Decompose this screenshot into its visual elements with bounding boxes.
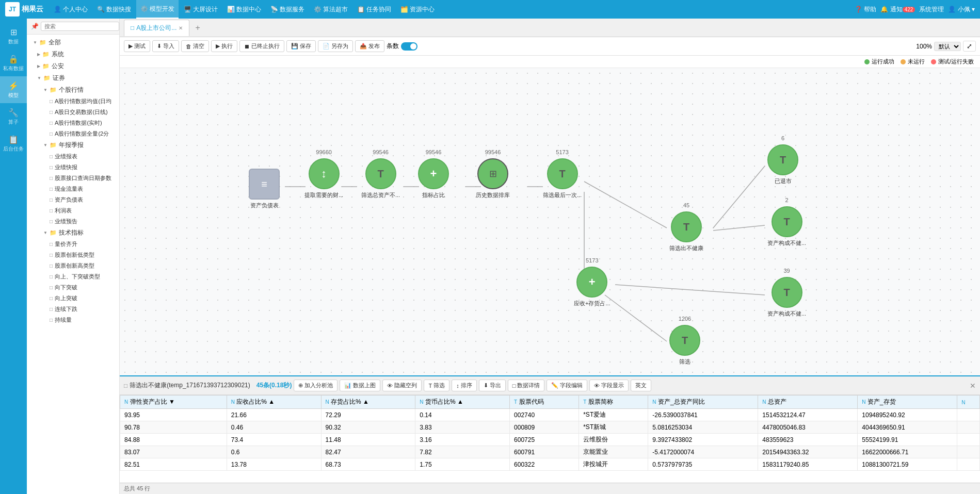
col-total-asset-yoy[interactable]: N 资产_总资产同比 xyxy=(648,396,758,409)
node-filter2[interactable]: 5173 T 筛选最后一次... xyxy=(543,158,582,199)
search-input[interactable] xyxy=(41,22,119,31)
help-button[interactable]: ❓ 帮助 xyxy=(855,5,876,14)
nav-big-screen[interactable]: 🖥️ 大屏设计 xyxy=(180,0,222,19)
nav-model-dev[interactable]: ⚙️ 模型开发 xyxy=(136,0,179,19)
pending-dot xyxy=(901,59,906,64)
nav-data-center[interactable]: 📊 数据中心 xyxy=(223,0,265,19)
node-asset-unhealthy2[interactable]: 2 T 资产构成不健... xyxy=(767,206,806,247)
bottom-count: 45条(0.18秒) xyxy=(256,381,292,390)
lang-toggle-button[interactable]: 英文 xyxy=(631,380,651,391)
node-asset-unhealthy3[interactable]: 39 T 资产构成不健... xyxy=(767,277,806,318)
filter-button[interactable]: T 筛选 xyxy=(424,380,449,391)
canvas-area[interactable]: ≡ 资产负债表 99660 ↕ 提取需要的财... 99546 T 筛选总资产不… xyxy=(120,68,980,375)
add-analysis-pool-button[interactable]: ⊕ 加入分析池 xyxy=(294,380,338,391)
node-filter-final[interactable]: 1206 T 筛选 xyxy=(669,325,700,366)
tab-add-button[interactable]: + xyxy=(190,21,205,35)
publish-button[interactable]: 📤 发布 xyxy=(355,40,384,52)
col-inventory[interactable]: N 存货占比% ▲ xyxy=(321,396,415,409)
field-edit-button[interactable]: ✏️ 字段编辑 xyxy=(547,380,587,391)
node-filter-unhealthy[interactable]: 45 T 筛选出不健康 xyxy=(669,211,703,252)
cond-toggle-switch[interactable] xyxy=(401,42,417,51)
node-expand[interactable]: 5173 + 应收+存货占... xyxy=(574,267,611,307)
nav-task-collab[interactable]: 📋 任务协同 xyxy=(353,0,395,19)
tree-item-stock-full[interactable]: □ A股行情数据全量(2分 xyxy=(27,128,119,139)
sys-admin-button[interactable]: 系统管理 xyxy=(919,5,944,14)
tree-item-tech-indicators[interactable]: ▼ 📁 技术指标 xyxy=(27,227,119,239)
tree-item-avg-price[interactable]: □ 量价齐升 xyxy=(27,239,119,250)
field-display-button[interactable]: 👁 字段显示 xyxy=(589,380,629,391)
tree-item-up-down[interactable]: □ 向上、下突破类型 xyxy=(27,271,119,282)
tree-item-up-break[interactable]: □ 向上突破 xyxy=(27,293,119,304)
sidebar-item-model[interactable]: ⚡ 模型 xyxy=(0,76,27,103)
export-button[interactable]: ⬇ 导出 xyxy=(479,380,506,391)
save-as-button[interactable]: 📄 另存为 xyxy=(318,40,353,52)
col-stock-code[interactable]: T 股票代码 xyxy=(510,396,579,409)
tree-item-police[interactable]: ▶ 📁 公安 xyxy=(27,60,119,72)
node-ratio[interactable]: 99546 + 指标占比 xyxy=(418,158,449,199)
clear-button[interactable]: 🗑 清空 xyxy=(181,40,209,52)
sidebar-item-compute[interactable]: 🔧 算子 xyxy=(0,103,27,130)
tree-item-balance[interactable]: □ 资产负债表 xyxy=(27,194,119,205)
node-history[interactable]: 99546 ⊞ 历史数据排库 xyxy=(476,158,510,199)
test-button[interactable]: ▶ 测试 xyxy=(124,40,150,52)
user-menu[interactable]: 👤 小佩 ▾ xyxy=(948,5,975,14)
nav-algo-market[interactable]: ⚙️ 算法超市 xyxy=(310,0,352,19)
col-receivable[interactable]: N 应收占比% ▲ xyxy=(227,396,321,409)
pin-icon[interactable]: 📌 xyxy=(31,23,39,30)
sidebar-item-tasks[interactable]: 📋 后台任务 xyxy=(0,130,27,157)
tab-main[interactable]: □ A股上市公司... ✕ xyxy=(124,20,189,36)
layout-select[interactable]: 默认 xyxy=(934,42,961,51)
tree-item-down-break[interactable]: □ 向下突破 xyxy=(27,282,119,293)
tree-item-finance[interactable]: ▼ 📁 证券 xyxy=(27,72,119,84)
tab-close-icon[interactable]: ✕ xyxy=(179,25,183,31)
hide-empty-cols-button[interactable]: 👁 隐藏空列 xyxy=(382,380,422,391)
node-delisted[interactable]: 6 T 已退市 xyxy=(767,144,798,185)
tree-item-continue-hold[interactable]: □ 持续量 xyxy=(27,315,119,325)
sidebar-item-private-data[interactable]: 🔒 私有数据 xyxy=(0,50,27,76)
tree-item-stock-realtime[interactable]: □ A股行情数据(实时) xyxy=(27,118,119,128)
tree-item-cashflow[interactable]: □ 现金流量表 xyxy=(27,184,119,194)
tree-item-all[interactable]: ▼ 📁 全部 xyxy=(27,37,119,48)
tree-item-perf-forecast[interactable]: □ 业绩预告 xyxy=(27,216,119,227)
nav-data-search[interactable]: 🔍 数据快搜 xyxy=(93,0,135,19)
tree-item-annual-report[interactable]: ▼ 📁 年报季报 xyxy=(27,139,119,151)
sort-button[interactable]: ↕ 排序 xyxy=(452,380,477,391)
import-button[interactable]: ⬇ 导入 xyxy=(152,40,179,52)
notify-button[interactable]: 🔔 通知422 xyxy=(880,5,915,14)
data-table-container[interactable]: N 弹性资产占比 ▼ N 应收占比% ▲ N 存货占比% ▲ N 货币占比% ▲ xyxy=(120,395,980,483)
ratio-circle: + xyxy=(418,158,449,189)
save-button[interactable]: 💾 保存 xyxy=(286,40,316,52)
tree-item-api-query[interactable]: □ 股票接口查询日期参数 xyxy=(27,173,119,184)
stop-execute-button[interactable]: ⏹ 已终止执行 xyxy=(239,40,284,52)
zoom-control: 100% 默认 ⤢ xyxy=(916,41,976,52)
node-filter1[interactable]: 99546 T 筛选总资产不... xyxy=(361,158,400,199)
node-source[interactable]: ≡ 资产负债表 xyxy=(249,169,280,209)
col-asset-inventory[interactable]: N 资产_存货 xyxy=(858,396,957,409)
tree-item-stock-daily[interactable]: ▼ 📁 个股行情 xyxy=(27,84,119,96)
tree-item-stock-mean[interactable]: □ A股行情数据均值(日均 xyxy=(27,96,119,107)
nav-resource-center[interactable]: 🗂️ 资源中心 xyxy=(396,0,439,19)
tree-item-system[interactable]: ▶ 📁 系统 xyxy=(27,48,119,60)
fullscreen-button[interactable]: ⤢ xyxy=(963,41,976,52)
bottom-panel-close[interactable]: ✕ xyxy=(970,382,976,390)
tree-item-new-high[interactable]: □ 股票创新高类型 xyxy=(27,260,119,271)
tree-item-stock-trade[interactable]: □ A股日交易数据(日线) xyxy=(27,107,119,118)
node-extract[interactable]: 99660 ↕ 提取需要的财... xyxy=(304,158,343,199)
tree-item-income[interactable]: □ 利润表 xyxy=(27,205,119,216)
tree-item-perf-fast[interactable]: □ 业绩快报 xyxy=(27,162,119,173)
col-stock-name[interactable]: T 股票简称 xyxy=(579,396,648,409)
data-detail-button[interactable]: □ 数据详情 xyxy=(508,380,545,391)
col-total-assets[interactable]: N 总资产 xyxy=(758,396,858,409)
data-chart-button[interactable]: 📊 数据上图 xyxy=(340,380,380,391)
col-extra[interactable]: N xyxy=(957,396,980,409)
table-cell: 68.73 xyxy=(321,458,415,471)
execute-button[interactable]: ▶ 执行 xyxy=(211,40,237,52)
tree-item-continue-down[interactable]: □ 连续下跌 xyxy=(27,304,119,315)
tree-item-new-low[interactable]: □ 股票创新低类型 xyxy=(27,250,119,260)
nav-personal-center[interactable]: 👤 个人中心 xyxy=(50,0,92,19)
nav-data-service[interactable]: 📡 数据服务 xyxy=(266,0,309,19)
col-currency[interactable]: N 货币占比% ▲ xyxy=(415,396,510,409)
col-elastic-assets[interactable]: N 弹性资产占比 ▼ xyxy=(120,396,227,409)
sidebar-item-data[interactable]: ⊞ 数据 xyxy=(0,23,27,50)
tree-item-perf-table[interactable]: □ 业绩报表 xyxy=(27,151,119,162)
